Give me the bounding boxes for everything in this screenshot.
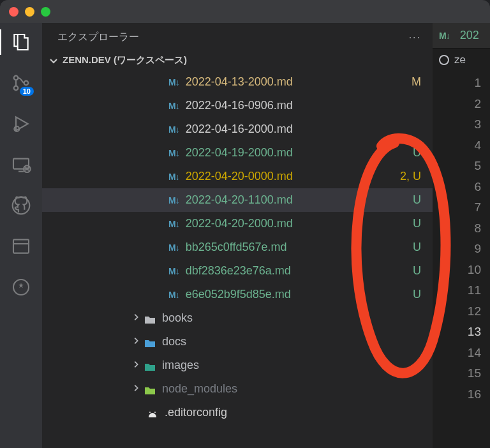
git-status: M — [412, 75, 421, 89]
file-name: 2022-04-16-2000.md — [186, 123, 416, 136]
file-name: dbf2836e23e76a.md — [186, 264, 408, 278]
chevron-right-icon — [131, 359, 140, 372]
line-number[interactable]: 13 — [468, 322, 481, 343]
markdown-icon: M↓ — [168, 219, 179, 229]
markdown-icon: M↓ — [168, 266, 179, 276]
chevron-down-icon — [48, 56, 59, 66]
activity-bar: 10 — [0, 23, 42, 448]
markdown-icon: M↓ — [168, 290, 179, 300]
folder-name: books — [162, 311, 421, 325]
workspace-header[interactable]: ZENN.DEV (ワークスペース) — [42, 50, 433, 70]
line-number[interactable]: 12 — [468, 301, 481, 322]
line-number[interactable]: 3 — [474, 114, 481, 135]
extensions-activity-icon[interactable] — [11, 277, 31, 297]
file-row[interactable]: M↓2022-04-20-0000.md2, U — [42, 165, 433, 188]
breadcrumb-ring-icon — [439, 55, 449, 65]
file-name: 2022-04-16-0906.md — [186, 99, 416, 112]
file-name: 2022-04-20-2000.md — [186, 217, 408, 230]
line-number[interactable]: 16 — [468, 384, 481, 405]
titlebar — [0, 0, 490, 23]
sidebar-header: エクスプローラー ··· — [42, 23, 433, 50]
file-name: 2022-04-19-2000.md — [186, 146, 408, 160]
file-row[interactable]: M↓dbf2836e23e76a.mdU — [42, 259, 433, 283]
svg-point-11 — [154, 412, 156, 413]
sidebar-more-icon[interactable]: ··· — [409, 32, 421, 43]
file-row[interactable]: .editorconfig — [42, 401, 433, 424]
panel-activity-icon[interactable] — [11, 236, 31, 257]
folder-row[interactable]: docs — [42, 330, 433, 354]
line-number[interactable]: 2 — [474, 94, 481, 115]
line-number[interactable]: 15 — [468, 363, 481, 384]
debug-activity-icon[interactable] — [11, 114, 31, 134]
git-status: U — [413, 288, 421, 301]
file-tree: M↓2022-04-13-2000.mdMM↓2022-04-16-0906.m… — [42, 70, 433, 448]
markdown-icon: M↓ — [168, 77, 179, 87]
file-row[interactable]: M↓2022-04-16-2000.md — [42, 117, 433, 141]
remote-activity-icon[interactable] — [11, 154, 31, 175]
file-row[interactable]: M↓bb265c0ffd567e.mdU — [42, 235, 433, 259]
markdown-icon: M↓ — [168, 124, 179, 135]
line-number[interactable]: 11 — [468, 280, 481, 301]
folder-icon — [144, 361, 156, 370]
file-row[interactable]: M↓2022-04-16-0906.md — [42, 94, 433, 117]
markdown-icon: M↓ — [168, 172, 179, 182]
line-number[interactable]: 5 — [474, 156, 481, 177]
file-row[interactable]: M↓2022-04-20-1100.mdU — [42, 188, 433, 212]
editor-area: M↓ 202 ze 12345678910111213141516 — [433, 23, 490, 448]
line-number[interactable]: 9 — [474, 239, 481, 260]
file-name: .editorconfig — [165, 406, 421, 419]
git-status: U — [413, 264, 421, 278]
file-name: bb265c0ffd567e.md — [186, 241, 408, 254]
explorer-sidebar: エクスプローラー ··· ZENN.DEV (ワークスペース) M↓2022-0… — [42, 23, 433, 448]
line-number[interactable]: 6 — [474, 177, 481, 198]
markdown-icon: M↓ — [168, 243, 179, 253]
line-number[interactable]: 10 — [468, 260, 481, 281]
chevron-right-icon — [131, 335, 140, 348]
git-status: 2, U — [400, 170, 421, 183]
file-name: 2022-04-20-1100.md — [186, 193, 408, 207]
svg-point-2 — [24, 81, 29, 86]
folder-row[interactable]: images — [42, 354, 433, 377]
explorer-activity-icon[interactable] — [11, 32, 31, 52]
file-row[interactable]: M↓2022-04-13-2000.mdM — [42, 70, 433, 94]
git-status: U — [413, 193, 421, 207]
folder-icon — [144, 314, 156, 323]
editor-tab-label: 202 — [460, 29, 479, 42]
svg-point-10 — [149, 412, 151, 413]
line-number[interactable]: 4 — [474, 135, 481, 156]
editor-tab[interactable]: M↓ 202 — [433, 23, 490, 49]
markdown-icon: M↓ — [168, 195, 179, 205]
workspace-label: ZENN.DEV (ワークスペース) — [63, 54, 187, 66]
file-row[interactable]: M↓2022-04-19-2000.mdU — [42, 141, 433, 165]
git-status: U — [413, 146, 421, 160]
file-name: 2022-04-20-0000.md — [186, 170, 395, 183]
close-window-button[interactable] — [9, 7, 19, 17]
line-number[interactable]: 1 — [474, 73, 481, 94]
folder-name: images — [162, 359, 421, 372]
file-row[interactable]: M↓e6e052b9f5d85e.mdU — [42, 283, 433, 306]
folder-icon — [144, 385, 156, 394]
folder-name: docs — [162, 335, 421, 348]
line-number[interactable]: 14 — [468, 343, 481, 364]
line-number[interactable]: 7 — [474, 197, 481, 218]
svg-point-9 — [13, 280, 29, 295]
git-status: U — [413, 241, 421, 254]
chevron-right-icon — [131, 311, 140, 325]
maximize-window-button[interactable] — [41, 7, 50, 17]
breadcrumb-label: ze — [454, 54, 466, 66]
file-row[interactable]: M↓2022-04-20-2000.mdU — [42, 212, 433, 235]
chevron-right-icon — [131, 382, 140, 396]
folder-row[interactable]: node_modules — [42, 377, 433, 401]
sidebar-title: エクスプローラー — [57, 31, 139, 44]
minimize-window-button[interactable] — [25, 7, 34, 17]
breadcrumb[interactable]: ze — [433, 49, 490, 71]
line-number[interactable]: 8 — [474, 218, 481, 239]
scm-activity-icon[interactable]: 10 — [11, 73, 31, 93]
folder-name: node_modules — [162, 382, 421, 396]
markdown-icon: M↓ — [168, 101, 179, 111]
github-activity-icon[interactable] — [11, 195, 31, 216]
editorconfig-icon — [147, 408, 158, 417]
folder-icon — [144, 338, 156, 347]
folder-row[interactable]: books — [42, 306, 433, 330]
svg-rect-7 — [13, 239, 29, 253]
